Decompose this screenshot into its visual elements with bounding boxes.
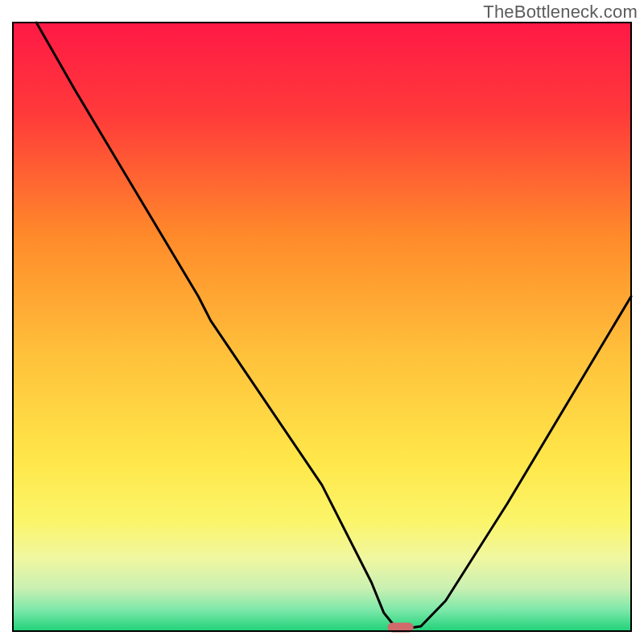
- plot-background: [13, 23, 631, 631]
- chart-container: TheBottleneck.com: [0, 0, 644, 644]
- watermark-text: TheBottleneck.com: [483, 2, 638, 23]
- bottleneck-chart: [0, 0, 644, 644]
